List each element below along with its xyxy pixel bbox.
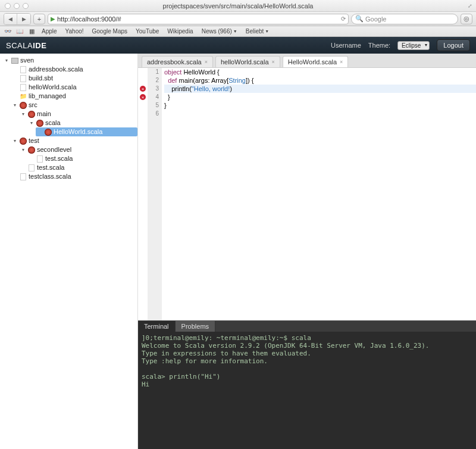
- tree-label: secondlevel: [37, 145, 71, 154]
- tree-label: test: [29, 136, 39, 145]
- code-editor[interactable]: ×× 123456 object HelloWorld { def main(a…: [138, 68, 476, 320]
- add-tab-button[interactable]: +: [33, 14, 45, 24]
- topsites-icon[interactable]: ▦: [27, 28, 36, 35]
- editor-tab[interactable]: helloWorld.scala×: [215, 56, 280, 67]
- logout-button[interactable]: Logout: [437, 39, 470, 51]
- tree-label: test.scala: [45, 154, 73, 163]
- forward-button[interactable]: ▶: [17, 14, 30, 24]
- close-icon[interactable]: ×: [340, 59, 343, 65]
- scala-icon: [19, 101, 27, 110]
- tree-node[interactable]: ▾src: [11, 101, 137, 110]
- tree-node[interactable]: 📁lib_managed: [11, 92, 137, 101]
- tree-label: sven: [20, 56, 34, 65]
- file-tree: ▾svenaddressbook.scalabuild.sbthelloWorl…: [0, 54, 138, 449]
- tree-node[interactable]: addressbook.scala: [11, 65, 137, 74]
- settings-button[interactable]: ◎: [461, 14, 472, 24]
- address-bar[interactable]: ▶ http://localhost:9000/# ⟳: [48, 14, 349, 24]
- tree-twisty[interactable]: ▾: [12, 101, 18, 110]
- code-line[interactable]: object HelloWorld {: [164, 68, 476, 76]
- tree-label: HelloWorld.scala: [54, 127, 102, 136]
- tree-label: src: [29, 101, 37, 110]
- file-icon: [19, 74, 27, 83]
- scala-icon: [44, 128, 52, 136]
- tree-node[interactable]: ▾test: [11, 136, 137, 145]
- code-line[interactable]: }: [164, 93, 476, 101]
- tree-root-node[interactable]: ▾sven: [2, 56, 137, 65]
- site-icon: ▶: [51, 15, 55, 22]
- tree-node[interactable]: test.scala: [27, 154, 137, 163]
- bookmark-wikipedia[interactable]: Wikipedia: [165, 28, 195, 35]
- bookmark-gmaps[interactable]: Google Maps: [90, 28, 130, 35]
- search-placeholder: Google: [365, 15, 386, 23]
- line-number: 6: [148, 110, 159, 118]
- tab-label: helloWorld.scala: [221, 58, 269, 66]
- search-field[interactable]: 🔍 Google: [351, 14, 458, 24]
- tree-label: testclass.scala: [29, 172, 71, 181]
- code-body[interactable]: object HelloWorld { def main(args: Array…: [162, 68, 476, 320]
- code-line[interactable]: println("Hello, world!): [164, 85, 476, 93]
- window-titlebar: projectspaces/sven/src/main/scala/HelloW…: [0, 0, 476, 12]
- line-number: 4: [148, 93, 159, 101]
- terminal-tab[interactable]: Terminal: [138, 321, 176, 332]
- code-line[interactable]: def main(args: Array[String]) {: [164, 76, 476, 85]
- error-icon[interactable]: ×: [140, 86, 146, 92]
- scala-icon: [19, 137, 27, 145]
- bookmarks-bar: 👓 📖 ▦ Apple Yahoo! Google Maps YouTube W…: [0, 26, 476, 37]
- browser-toolbar: ◀ ▶ + ▶ http://localhost:9000/# ⟳ 🔍 Goog…: [0, 12, 476, 26]
- back-button[interactable]: ◀: [4, 14, 17, 24]
- tree-node[interactable]: test.scala: [19, 163, 137, 172]
- tree-label: addressbook.scala: [29, 65, 83, 74]
- bookmarks-icon[interactable]: 📖: [15, 28, 24, 35]
- tree-node[interactable]: ▾main: [19, 110, 137, 119]
- terminal-tabs: TerminalProblems: [138, 321, 476, 332]
- username-label[interactable]: Username: [331, 42, 361, 49]
- tree-node[interactable]: build.sbt: [11, 74, 137, 83]
- tree-node[interactable]: ▾secondlevel: [19, 145, 137, 154]
- logo: SCALAIDE: [6, 41, 46, 50]
- tab-label: addressbook.scala: [147, 58, 202, 66]
- tree-twisty[interactable]: ▾: [12, 136, 18, 145]
- line-number: 5: [148, 101, 159, 110]
- scala-icon: [27, 146, 36, 154]
- tree-twisty[interactable]: ▾: [20, 110, 26, 119]
- bookmark-youtube[interactable]: YouTube: [133, 28, 161, 35]
- file-icon: [27, 164, 36, 172]
- theme-select[interactable]: Eclipse: [397, 41, 430, 50]
- code-line[interactable]: [164, 110, 476, 118]
- scala-icon: [36, 119, 44, 127]
- editor-tab[interactable]: addressbook.scala×: [142, 56, 213, 67]
- bookmark-beliebt[interactable]: Beliebt ▼: [243, 28, 272, 35]
- terminal-output[interactable]: ]0;terminal@emily: ~terminal@emily:~$ sc…: [138, 332, 476, 449]
- tree-node[interactable]: ▾scala: [27, 119, 137, 127]
- close-icon[interactable]: ×: [205, 59, 208, 65]
- code-line[interactable]: }: [164, 101, 476, 110]
- line-number: 1: [148, 68, 159, 76]
- tree-twisty[interactable]: ▾: [4, 56, 10, 65]
- bookmark-yahoo[interactable]: Yahoo!: [63, 28, 86, 35]
- disk-icon: [11, 57, 19, 65]
- tree-twisty[interactable]: ▾: [20, 145, 26, 154]
- tree-node[interactable]: HelloWorld.scala: [36, 127, 137, 136]
- fullscreen-icon[interactable]: ⤢: [468, 3, 472, 9]
- reader-icon[interactable]: 👓: [4, 28, 12, 35]
- tree-twisty[interactable]: ▾: [29, 119, 35, 127]
- tree-label: scala: [45, 119, 61, 127]
- file-icon: [19, 66, 27, 74]
- tree-node[interactable]: testclass.scala: [11, 172, 137, 181]
- terminal-panel: TerminalProblems ]0;terminal@emily: ~ter…: [138, 320, 476, 449]
- tree-node[interactable]: helloWorld.scala: [11, 83, 137, 92]
- window-title: projectspaces/sven/src/main/scala/HelloW…: [0, 2, 476, 10]
- reload-icon[interactable]: ⟳: [341, 15, 346, 22]
- bookmark-news[interactable]: News (966) ▼: [199, 28, 240, 35]
- folder-icon: 📁: [19, 92, 27, 101]
- editor-tab[interactable]: HelloWorld.scala×: [283, 56, 349, 67]
- tree-label: main: [37, 110, 51, 119]
- scala-icon: [27, 110, 36, 119]
- bookmark-apple[interactable]: Apple: [39, 28, 60, 35]
- tab-label: HelloWorld.scala: [288, 58, 337, 66]
- theme-label: Theme:: [368, 42, 390, 49]
- error-icon[interactable]: ×: [140, 94, 146, 100]
- close-icon[interactable]: ×: [272, 59, 275, 65]
- terminal-tab[interactable]: Problems: [176, 321, 215, 332]
- file-icon: [36, 155, 44, 163]
